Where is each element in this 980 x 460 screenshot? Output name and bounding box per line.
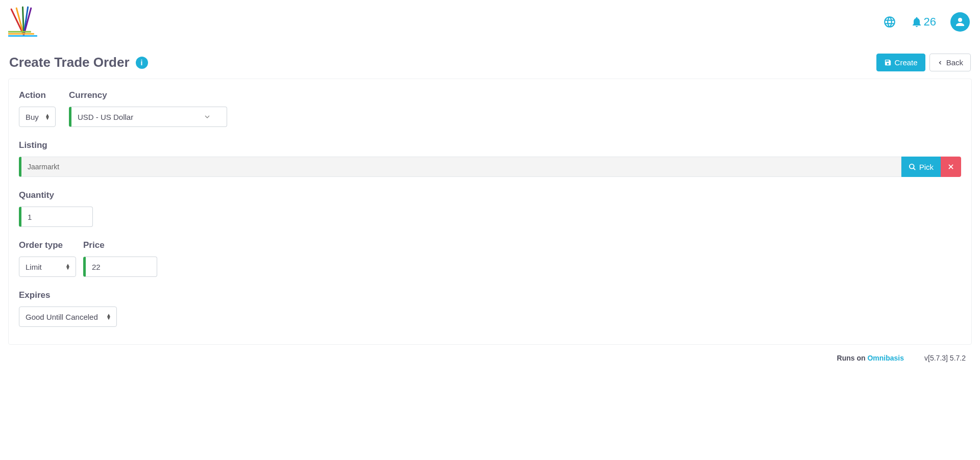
bell-icon (911, 16, 923, 28)
price-input[interactable]: 22 (83, 257, 157, 277)
chevron-left-icon (937, 60, 943, 66)
listing-label: Listing (19, 140, 961, 150)
svg-rect-7 (8, 35, 37, 37)
quantity-input[interactable]: 1 (19, 207, 93, 227)
quantity-field: Quantity 1 (19, 190, 93, 227)
form-card: Action Buy ▲▼ Currency USD - US Dollar L… (8, 79, 972, 345)
order-type-label: Order type (19, 240, 76, 250)
clear-listing-button[interactable] (941, 157, 961, 177)
page-title: Create Trade Order (9, 55, 130, 70)
action-select[interactable]: Buy ▲▼ (19, 107, 56, 127)
chevron-down-icon (203, 113, 211, 121)
quantity-label: Quantity (19, 190, 93, 200)
expires-select[interactable]: Good Untill Canceled ▲▼ (19, 306, 117, 327)
close-icon (947, 163, 954, 170)
footer-branding: Runs on Omnibasis (837, 354, 904, 362)
save-icon (884, 59, 892, 66)
page-header: Create Trade Order i Create Back (0, 54, 980, 71)
search-icon (909, 163, 916, 171)
version-label: v[5.7.3] 5.7.2 (924, 354, 966, 362)
svg-line-10 (913, 168, 915, 170)
sort-icon: ▲▼ (45, 114, 50, 120)
currency-field: Currency USD - US Dollar (69, 90, 227, 127)
expires-field: Expires Good Untill Canceled ▲▼ (19, 290, 117, 327)
action-field: Action Buy ▲▼ (19, 90, 56, 127)
currency-label: Currency (69, 90, 227, 100)
svg-rect-6 (8, 31, 31, 33)
language-button[interactable] (883, 15, 896, 29)
brand-link[interactable]: Omnibasis (867, 354, 904, 362)
person-icon (954, 16, 966, 28)
user-avatar[interactable] (950, 12, 970, 32)
info-icon[interactable]: i (136, 57, 148, 69)
listing-field: Listing Jaarmarkt Pick (19, 140, 961, 177)
expires-label: Expires (19, 290, 117, 300)
notifications-button[interactable]: 26 (911, 15, 936, 29)
pick-button[interactable]: Pick (901, 157, 941, 177)
notification-count: 26 (924, 15, 936, 29)
topbar-right: 26 (883, 12, 970, 32)
price-label: Price (83, 240, 157, 250)
currency-select[interactable]: USD - US Dollar (69, 107, 227, 127)
sort-icon: ▲▼ (65, 264, 70, 270)
action-label: Action (19, 90, 56, 100)
sort-icon: ▲▼ (106, 314, 111, 320)
listing-input[interactable]: Jaarmarkt (19, 157, 901, 177)
globe-icon (883, 15, 896, 29)
back-button[interactable]: Back (929, 54, 971, 71)
price-field: Price 22 (83, 240, 157, 277)
svg-rect-5 (8, 33, 34, 35)
order-type-field: Order type Limit ▲▼ (19, 240, 76, 277)
footer: Runs on Omnibasis v[5.7.3] 5.7.2 (0, 354, 980, 368)
svg-point-8 (958, 18, 962, 22)
logo[interactable] (7, 5, 40, 38)
create-button[interactable]: Create (876, 54, 925, 71)
order-type-select[interactable]: Limit ▲▼ (19, 257, 76, 277)
topbar: 26 (0, 0, 980, 43)
svg-point-9 (910, 164, 914, 168)
